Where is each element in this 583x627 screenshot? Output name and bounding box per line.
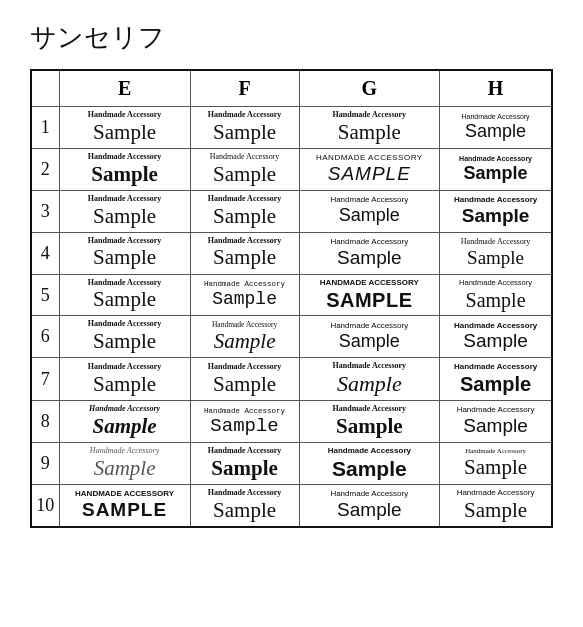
- col-header-h: H: [440, 70, 552, 107]
- cell-5-f: Handmade Accessory Sample: [190, 274, 299, 316]
- cell-8-g: Handmade Accessory Sample: [299, 401, 440, 443]
- cell-small: Handmade Accessory: [330, 238, 408, 247]
- cell-large: SAMPLE: [82, 500, 167, 521]
- cell-large: Sample: [93, 288, 156, 311]
- cell-6-f: Handmade Accessory Sample: [190, 316, 299, 358]
- cell-7-f: Handmade Accessory Sample: [190, 358, 299, 401]
- cell-6-g: Handmade Accessory Sample: [299, 316, 440, 358]
- cell-2-f: Handmade Accessory Sample: [190, 148, 299, 190]
- cell-7-e: Handmade Accessory Sample: [59, 358, 190, 401]
- cell-small: Handmade Accessory: [465, 448, 526, 456]
- col-header-e: E: [59, 70, 190, 107]
- col-header-f: F: [190, 70, 299, 107]
- cell-small: Handmade Accessory: [208, 447, 282, 456]
- cell-7-h: Handmade Accessory Sample: [440, 358, 552, 401]
- cell-large: Sample: [92, 415, 156, 438]
- cell-small: Handmade Accessory: [90, 447, 159, 456]
- cell-3-g: Handmade Accessory Sample: [299, 190, 440, 232]
- cell-small: Handmade Accessory: [457, 406, 535, 415]
- cell-large: Sample: [464, 499, 527, 522]
- table-row: 6 Handmade Accessory Sample Handmade Acc…: [31, 316, 552, 358]
- cell-4-g: Handmade Accessory Sample: [299, 232, 440, 274]
- row-num-5: 5: [31, 274, 59, 316]
- header-empty: [31, 70, 59, 107]
- cell-large: SAMPLE: [326, 289, 412, 311]
- cell-small: Handmade Accessory: [212, 321, 277, 329]
- cell-large: Sample: [94, 457, 156, 480]
- cell-small: Handmade Accessory: [88, 279, 162, 288]
- cell-small: Handmade Accessory: [454, 363, 537, 372]
- cell-large: Sample: [338, 121, 401, 144]
- cell-small: Handmade Accessory: [208, 363, 282, 372]
- cell-6-h: Handmade Accessory Sample: [440, 316, 552, 358]
- cell-large: Sample: [93, 205, 156, 228]
- cell-large: Sample: [211, 457, 278, 480]
- cell-large: Sample: [337, 372, 402, 396]
- cell-large: Sample: [93, 330, 156, 353]
- cell-small: Handmade Accessory: [89, 405, 160, 414]
- table-row: 1 Handmade Accessory Sample Handmade Acc…: [31, 107, 552, 149]
- row-num-9: 9: [31, 443, 59, 485]
- table-row: 10 HANDMADE ACCESSORY SAMPLE Handmade Ac…: [31, 485, 552, 527]
- cell-small: Handmade Accessory: [88, 237, 162, 246]
- cell-2-e: Handmade Accessory Sample: [59, 148, 190, 190]
- cell-small: Handmade Accessory: [454, 322, 537, 331]
- table-row: 2 Handmade Accessory Sample Handmade Acc…: [31, 148, 552, 190]
- cell-large: Sample: [462, 206, 530, 227]
- cell-2-g: HANDMADE ACCESSORY SAMPLE: [299, 148, 440, 190]
- cell-large: Sample: [213, 205, 276, 228]
- cell-3-h: Handmade Accessory Sample: [440, 190, 552, 232]
- cell-large: Sample: [93, 373, 156, 396]
- cell-large: Sample: [336, 415, 403, 438]
- cell-8-e: Handmade Accessory Sample: [59, 401, 190, 443]
- cell-large: Sample: [467, 248, 524, 269]
- cell-small: Handmade Accessory: [457, 489, 535, 498]
- cell-small: Handmade Accessory: [210, 153, 280, 162]
- row-num-1: 1: [31, 107, 59, 149]
- cell-large: Sample: [463, 331, 527, 352]
- cell-small: Handmade Accessory: [333, 111, 407, 120]
- table-row: 4 Handmade Accessory Sample Handmade Acc…: [31, 232, 552, 274]
- cell-large: Sample: [213, 163, 276, 186]
- cell-large: Sample: [93, 121, 156, 144]
- cell-4-e: Handmade Accessory Sample: [59, 232, 190, 274]
- cell-small: HANDMADE ACCESSORY: [316, 154, 423, 163]
- cell-small: HANDMADE ACCESSORY: [320, 279, 419, 288]
- cell-5-h: Handmade Accessory Sample: [440, 274, 552, 316]
- cell-large: Sample: [464, 456, 527, 479]
- cell-large: Sample: [332, 457, 407, 480]
- cell-small: Handmade Accessory: [208, 111, 282, 120]
- cell-large: Sample: [213, 246, 276, 269]
- cell-small: Handmade Accessory: [208, 237, 282, 246]
- cell-8-f: Handmade Accessory Sample: [190, 401, 299, 443]
- cell-1-h: Handmade Accessory Sample: [440, 107, 552, 149]
- cell-small: HANDMADE ACCESSORY: [75, 490, 174, 499]
- cell-10-h: Handmade Accessory Sample: [440, 485, 552, 527]
- cell-large: Sample: [213, 373, 276, 396]
- table-row: 3 Handmade Accessory Sample Handmade Acc…: [31, 190, 552, 232]
- cell-9-g: Handmade Accessory Sample: [299, 443, 440, 485]
- cell-9-e: Handmade Accessory Sample: [59, 443, 190, 485]
- cell-small: Handmade Accessory: [208, 489, 282, 498]
- cell-small: Handmade Accessory: [462, 113, 530, 121]
- cell-8-h: Handmade Accessory Sample: [440, 401, 552, 443]
- cell-small: Handmade Accessory: [330, 196, 408, 205]
- cell-large: Sample: [212, 290, 277, 310]
- row-num-10: 10: [31, 485, 59, 527]
- font-table: E F G H 1 Handmade Accessory Sample Hand…: [30, 69, 553, 528]
- cell-small: Handmade Accessory: [204, 407, 285, 415]
- cell-10-g: Handmade Accessory Sample: [299, 485, 440, 527]
- row-num-3: 3: [31, 190, 59, 232]
- table-row: 8 Handmade Accessory Sample Handmade Acc…: [31, 401, 552, 443]
- cell-large: Sample: [464, 164, 528, 184]
- cell-small: Handmade Accessory: [333, 362, 407, 371]
- cell-10-f: Handmade Accessory Sample: [190, 485, 299, 527]
- cell-large: Sample: [213, 499, 276, 522]
- page-title: サンセリフ: [30, 20, 553, 55]
- cell-small: Handmade Accessory: [204, 280, 285, 288]
- cell-large: Sample: [213, 121, 276, 144]
- cell-large: Sample: [337, 248, 401, 269]
- cell-large: Sample: [460, 373, 531, 395]
- cell-6-e: Handmade Accessory Sample: [59, 316, 190, 358]
- col-header-g: G: [299, 70, 440, 107]
